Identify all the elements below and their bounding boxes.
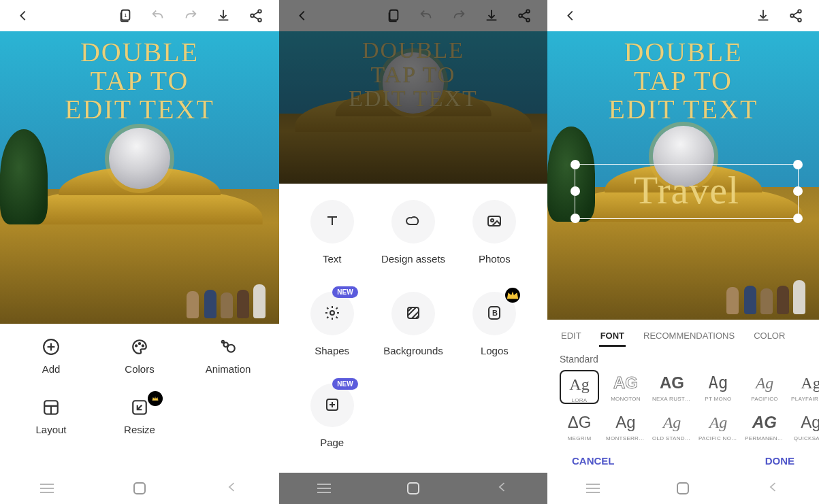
text-selection-box[interactable]: Travel <box>575 164 799 219</box>
tool-colors[interactable]: Colors <box>95 337 184 375</box>
tab-edit[interactable]: EDIT <box>560 326 583 348</box>
tab-recommendations[interactable]: RECOMMENDATIONS <box>642 326 736 348</box>
nav-home[interactable] <box>677 482 689 494</box>
nav-recents[interactable] <box>586 488 600 489</box>
font-chip-permanent[interactable]: AGPERMANENT M... <box>745 409 784 441</box>
resize-handle[interactable] <box>793 214 803 223</box>
top-toolbar: 1 <box>0 0 279 31</box>
svg-point-7 <box>139 343 140 344</box>
add-bottom-sheet: Text Design assets Photos NEW Shapes Bac… <box>279 184 547 473</box>
font-chip-monoton[interactable]: AGMONOTON <box>606 370 645 404</box>
download-button[interactable] <box>207 0 240 31</box>
add-item-design-assets[interactable]: Design assets <box>372 200 453 265</box>
canvas-area[interactable]: DOUBLE TAP TO EDIT TEXT <box>0 31 279 324</box>
tab-color[interactable]: COLOR <box>752 326 786 348</box>
undo-button[interactable] <box>410 0 443 31</box>
add-item-page[interactable]: NEW Page <box>291 384 372 448</box>
font-row-1[interactable]: AgLORA AGMONOTON AGNEXA RUST SLAB AgPT M… <box>547 367 819 407</box>
font-chip-ptmono[interactable]: AgPT MONO <box>698 370 738 404</box>
back-button[interactable] <box>554 0 587 31</box>
plus-circle-icon <box>42 337 61 356</box>
palette-icon <box>130 337 149 356</box>
cancel-button[interactable]: CANCEL <box>572 455 615 467</box>
bottom-tools: Add Colors Animation Layout Resize <box>0 324 279 442</box>
logo-b-icon: B <box>486 305 502 323</box>
font-section-label: Standard <box>547 347 819 367</box>
cloud-shape-icon <box>405 213 421 231</box>
add-item-shapes[interactable]: NEW Shapes <box>291 292 372 356</box>
tool-animation[interactable]: Animation <box>184 337 272 375</box>
add-item-label: Design assets <box>381 253 445 265</box>
nav-home[interactable] <box>133 482 146 494</box>
font-chip-playfair[interactable]: AgPLAYFAIR DISPL... <box>791 370 819 404</box>
canvas-area[interactable]: DOUBLE TAP TO EDIT TEXT Travel <box>547 31 819 320</box>
font-row-2[interactable]: ΔGMEGRIM AgMONTSERRAT AgOLD STANDAR... A… <box>547 407 819 443</box>
animation-icon <box>219 337 238 356</box>
nav-back[interactable] <box>496 480 509 497</box>
font-chip-pacificnorth[interactable]: AgPACIFIC NORTH... <box>698 409 738 441</box>
nav-home[interactable] <box>407 482 419 494</box>
add-item-photos[interactable]: Photos <box>454 200 535 265</box>
android-navbar <box>0 473 279 504</box>
font-chip-nexa[interactable]: AGNEXA RUST SLAB <box>652 370 692 404</box>
redo-button[interactable] <box>174 0 207 31</box>
canvas-area-dimmed[interactable]: DOUBLE TAP TO EDIT TEXT <box>279 31 547 184</box>
font-chip-oldstandard[interactable]: AgOLD STANDAR... <box>652 409 692 441</box>
top-toolbar <box>547 0 819 31</box>
selected-text[interactable]: Travel <box>575 165 798 218</box>
undo-button[interactable] <box>142 0 174 31</box>
add-item-logos[interactable]: B Logos <box>454 292 535 356</box>
tool-resize[interactable]: Resize <box>95 398 184 435</box>
nav-recents[interactable] <box>40 488 54 489</box>
font-chip-quicksand[interactable]: AgQUICKSAND <box>791 409 819 441</box>
nav-back[interactable] <box>225 480 239 497</box>
done-button[interactable]: DONE <box>765 455 794 467</box>
premium-crown-icon <box>148 391 163 406</box>
share-button[interactable] <box>240 0 272 31</box>
layout-icon <box>42 398 61 417</box>
nav-recents[interactable] <box>317 488 331 489</box>
editable-text-layer[interactable]: DOUBLE TAP TO EDIT TEXT <box>0 38 279 124</box>
resize-handle[interactable] <box>571 214 580 223</box>
font-chip-pacifico[interactable]: AgPACIFICO <box>745 370 784 404</box>
tool-add[interactable]: Add <box>7 337 95 375</box>
add-item-label: Text <box>323 253 342 265</box>
tool-label: Layout <box>35 424 66 435</box>
screen-add-sheet: DOUBLE TAP TO EDIT TEXT Text Design asse… <box>279 0 547 504</box>
resize-handle[interactable] <box>571 160 580 169</box>
pattern-icon <box>405 305 421 323</box>
add-item-backgrounds[interactable]: Backgrounds <box>372 292 453 356</box>
add-item-label: Page <box>320 437 344 448</box>
redo-button[interactable] <box>443 0 475 31</box>
font-chip-montserrat[interactable]: AgMONTSERRAT <box>606 409 645 441</box>
svg-point-11 <box>222 341 224 343</box>
download-button[interactable] <box>747 0 780 31</box>
pages-button[interactable] <box>377 0 410 31</box>
editable-text-layer[interactable]: DOUBLE TAP TO EDIT TEXT <box>279 38 547 111</box>
tool-label: Animation <box>206 363 251 375</box>
add-item-label: Shapes <box>315 345 349 356</box>
pages-button[interactable]: 1 <box>109 0 142 31</box>
add-item-text[interactable]: Text <box>291 200 372 265</box>
android-navbar <box>547 473 819 504</box>
tool-layout[interactable]: Layout <box>7 398 95 435</box>
screen-font-picker: DOUBLE TAP TO EDIT TEXT Travel EDIT FONT… <box>547 0 819 504</box>
tab-font[interactable]: FONT <box>599 326 626 348</box>
back-button[interactable] <box>7 0 39 31</box>
editable-text-layer[interactable]: DOUBLE TAP TO EDIT TEXT <box>547 38 819 124</box>
plus-square-icon <box>324 397 340 415</box>
resize-icon <box>130 398 149 417</box>
resize-handle[interactable] <box>793 160 803 169</box>
share-button[interactable] <box>780 0 812 31</box>
add-item-label: Backgrounds <box>383 345 443 356</box>
nav-back[interactable] <box>767 480 780 497</box>
font-chip-megrim[interactable]: ΔGMEGRIM <box>560 409 599 441</box>
svg-point-19 <box>491 219 494 222</box>
svg-rect-14 <box>390 10 398 20</box>
tool-label: Add <box>42 363 61 375</box>
back-button[interactable] <box>286 0 319 31</box>
font-chip-lora[interactable]: AgLORA <box>560 370 599 404</box>
new-badge: NEW <box>332 286 357 298</box>
share-button[interactable] <box>508 0 541 31</box>
download-button[interactable] <box>475 0 508 31</box>
